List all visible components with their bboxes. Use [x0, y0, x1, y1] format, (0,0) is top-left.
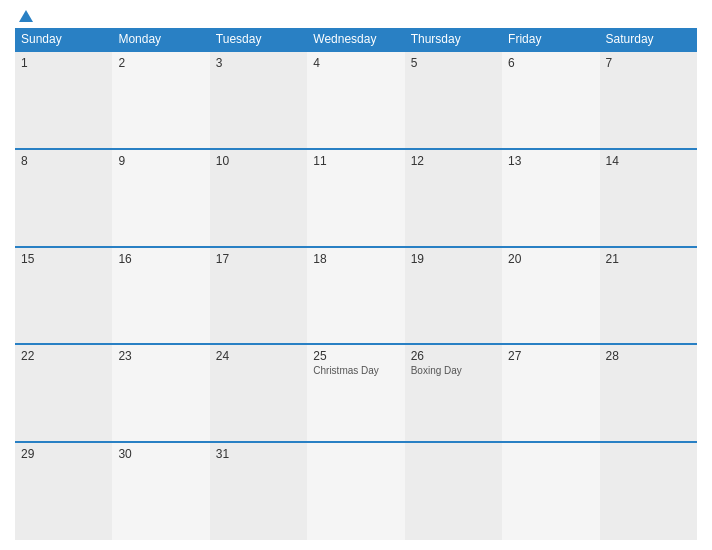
day-number: 27 — [508, 349, 593, 363]
calendar-cell: 12 — [405, 149, 502, 247]
day-number: 29 — [21, 447, 106, 461]
calendar-cell: 23 — [112, 344, 209, 442]
day-number: 18 — [313, 252, 398, 266]
calendar-cell: 18 — [307, 247, 404, 345]
day-number: 14 — [606, 154, 691, 168]
logo — [15, 10, 33, 22]
day-number: 15 — [21, 252, 106, 266]
calendar-cell: 25Christmas Day — [307, 344, 404, 442]
day-number: 24 — [216, 349, 301, 363]
day-number: 12 — [411, 154, 496, 168]
day-number: 8 — [21, 154, 106, 168]
calendar-cell: 9 — [112, 149, 209, 247]
calendar-week-row: 22232425Christmas Day26Boxing Day2728 — [15, 344, 697, 442]
calendar-week-row: 1234567 — [15, 51, 697, 149]
calendar-week-row: 293031 — [15, 442, 697, 540]
calendar-cell: 2 — [112, 51, 209, 149]
calendar-cell: 7 — [600, 51, 697, 149]
calendar-cell: 27 — [502, 344, 599, 442]
calendar-cell: 30 — [112, 442, 209, 540]
calendar-cell: 17 — [210, 247, 307, 345]
header-tuesday: Tuesday — [210, 28, 307, 51]
calendar-cell: 8 — [15, 149, 112, 247]
day-number: 13 — [508, 154, 593, 168]
calendar-cell: 28 — [600, 344, 697, 442]
calendar-cell: 29 — [15, 442, 112, 540]
calendar-cell: 22 — [15, 344, 112, 442]
calendar-cell: 14 — [600, 149, 697, 247]
calendar-cell: 11 — [307, 149, 404, 247]
logo-triangle-icon — [19, 10, 33, 22]
header-thursday: Thursday — [405, 28, 502, 51]
header — [15, 10, 697, 22]
day-number: 7 — [606, 56, 691, 70]
calendar-week-row: 891011121314 — [15, 149, 697, 247]
day-number: 25 — [313, 349, 398, 363]
day-number: 9 — [118, 154, 203, 168]
day-number: 16 — [118, 252, 203, 266]
day-number: 26 — [411, 349, 496, 363]
day-number: 23 — [118, 349, 203, 363]
calendar-cell: 5 — [405, 51, 502, 149]
calendar-cell — [307, 442, 404, 540]
calendar-cell: 1 — [15, 51, 112, 149]
calendar-cell: 4 — [307, 51, 404, 149]
calendar-cell: 6 — [502, 51, 599, 149]
day-number: 28 — [606, 349, 691, 363]
logo-blue-text — [15, 10, 33, 22]
calendar-cell: 31 — [210, 442, 307, 540]
calendar-cell: 26Boxing Day — [405, 344, 502, 442]
calendar-cell: 20 — [502, 247, 599, 345]
day-number: 30 — [118, 447, 203, 461]
day-number: 2 — [118, 56, 203, 70]
day-number: 6 — [508, 56, 593, 70]
day-number: 20 — [508, 252, 593, 266]
calendar-cell: 19 — [405, 247, 502, 345]
calendar-week-row: 15161718192021 — [15, 247, 697, 345]
event-label: Christmas Day — [313, 365, 398, 376]
day-number: 1 — [21, 56, 106, 70]
event-label: Boxing Day — [411, 365, 496, 376]
calendar-page: Sunday Monday Tuesday Wednesday Thursday… — [0, 0, 712, 550]
day-number: 21 — [606, 252, 691, 266]
calendar-cell — [600, 442, 697, 540]
calendar-table: Sunday Monday Tuesday Wednesday Thursday… — [15, 28, 697, 540]
header-wednesday: Wednesday — [307, 28, 404, 51]
calendar-cell: 13 — [502, 149, 599, 247]
day-number: 10 — [216, 154, 301, 168]
calendar-cell: 21 — [600, 247, 697, 345]
calendar-cell: 24 — [210, 344, 307, 442]
calendar-cell: 10 — [210, 149, 307, 247]
header-monday: Monday — [112, 28, 209, 51]
calendar-cell — [502, 442, 599, 540]
calendar-cell: 3 — [210, 51, 307, 149]
day-number: 22 — [21, 349, 106, 363]
day-number: 17 — [216, 252, 301, 266]
header-saturday: Saturday — [600, 28, 697, 51]
day-number: 5 — [411, 56, 496, 70]
calendar-cell — [405, 442, 502, 540]
day-number: 19 — [411, 252, 496, 266]
day-number: 4 — [313, 56, 398, 70]
header-friday: Friday — [502, 28, 599, 51]
day-number: 31 — [216, 447, 301, 461]
day-number: 11 — [313, 154, 398, 168]
weekday-header-row: Sunday Monday Tuesday Wednesday Thursday… — [15, 28, 697, 51]
day-number: 3 — [216, 56, 301, 70]
calendar-cell: 16 — [112, 247, 209, 345]
calendar-cell: 15 — [15, 247, 112, 345]
header-sunday: Sunday — [15, 28, 112, 51]
